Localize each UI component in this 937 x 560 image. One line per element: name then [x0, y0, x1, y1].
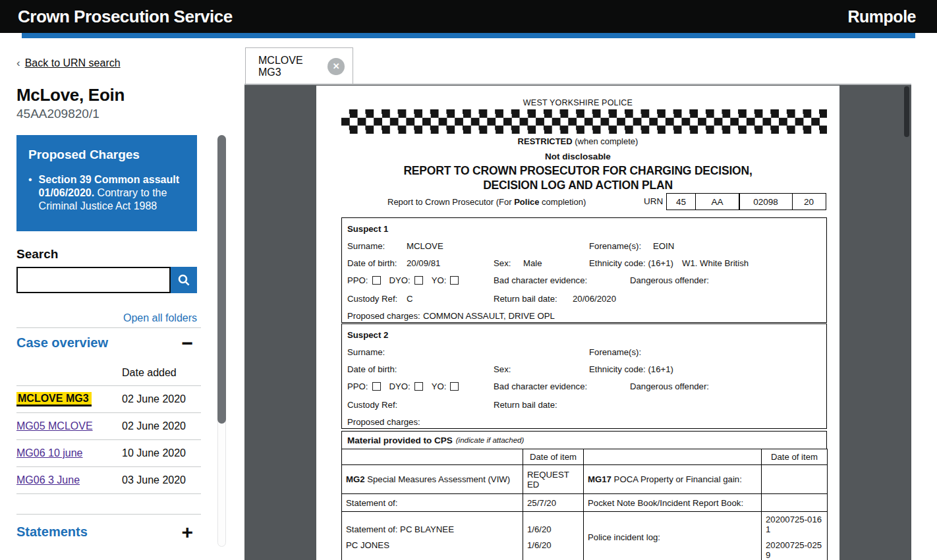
app-title: Crown Prosecution Service — [18, 7, 233, 27]
mg2-label-rest: Special Measures Assessment (VIW) — [365, 474, 511, 484]
statement2-line1: Statement of: PC BLAYNEE — [346, 524, 519, 534]
bullet-icon: • — [28, 173, 32, 213]
header-accent-bar — [22, 33, 915, 38]
ethnicity-label: Ethnicity code: (16+1) — [589, 258, 673, 268]
document-date: 02 June 2020 — [122, 393, 186, 405]
proposed-charges-label: Proposed charges: — [347, 311, 420, 321]
surname-label: Surname: — [347, 347, 385, 357]
case-document-list: MCLOVE MG3 02 June 2020 MG05 MCLOVE 02 J… — [16, 385, 201, 494]
dyo-label: DYO: — [389, 381, 411, 391]
incident-log-ref-cell: 20200725-0161 20200725-0259 — [762, 512, 828, 560]
ppo-checkbox[interactable] — [372, 382, 381, 391]
case-urn: 45AA209820/1 — [16, 107, 99, 121]
document-date: 10 June 2020 — [122, 447, 186, 459]
document-link-mg05-mclove[interactable]: MG05 MCLOVE — [16, 420, 93, 432]
statement2-dates: 1/6/20 1/6/20 — [527, 524, 579, 550]
bad-character-label: Bad character evidence: — [494, 381, 587, 391]
yo-checkbox[interactable] — [450, 276, 459, 285]
ppo-label: PPO: — [347, 381, 368, 391]
dyo-checkbox[interactable] — [414, 276, 423, 285]
incident-log-refs: 20200725-0161 20200725-0259 — [766, 515, 823, 560]
date-of-item-header: Date of item — [762, 449, 828, 465]
table-row: Date of item Date of item — [342, 449, 828, 465]
sidebar-scrollbar-thumb[interactable] — [217, 135, 226, 424]
ppo-checkbox[interactable] — [372, 276, 381, 285]
search-input[interactable] — [16, 267, 171, 293]
brand-name: Rumpole — [848, 7, 916, 26]
material-cell-blank — [584, 449, 762, 465]
not-disclosable-marking: Not disclosable — [316, 152, 839, 161]
urn-label: URN — [644, 196, 663, 206]
open-all-folders-link[interactable]: Open all folders — [16, 312, 197, 324]
top-header-bar: Crown Prosecution Service Rumpole — [0, 0, 937, 33]
back-to-urn-search-link[interactable]: ‹Back to URN search — [16, 57, 121, 70]
statement2-date-cell: 1/6/20 1/6/20 — [523, 512, 584, 560]
document-date: 02 June 2020 — [122, 420, 186, 432]
proposed-charges-label: Proposed charges: — [347, 417, 420, 427]
completion-pre: Report to Crown Prosecutor (For — [387, 197, 514, 207]
plus-icon[interactable]: + — [181, 526, 193, 539]
document-date: 03 June 2020 — [122, 474, 186, 486]
date-of-item-header: Date of item — [523, 449, 584, 465]
dyo-checkbox[interactable] — [414, 382, 423, 391]
dob-value: 20/09/81 — [407, 258, 440, 268]
statement2-lines: Statement of: PC BLAYNEE PC JONES — [346, 524, 519, 550]
chevron-left-icon: ‹ — [16, 57, 20, 70]
dangerous-offender-label: Dangerous offender: — [630, 275, 709, 285]
ethnicity-label: Ethnicity code: (16+1) — [589, 364, 673, 374]
sidebar: ‹Back to URN search McLove, Eoin 45AA209… — [0, 38, 244, 560]
minus-icon[interactable]: − — [181, 337, 193, 350]
case-overview-title[interactable]: Case overview — [16, 335, 108, 350]
statement2-cell: Statement of: PC BLAYNEE PC JONES — [342, 512, 523, 560]
statement-date-cell: 25/7/20 — [523, 494, 584, 512]
material-table: Date of item Date of item MG2 Special Me… — [341, 449, 828, 560]
mg2-label-bold: MG2 — [346, 474, 365, 484]
document-link-mg06-3-june[interactable]: MG06 3 June — [16, 474, 80, 486]
dob-label: Date of birth: — [347, 364, 397, 374]
dyo-label: DYO: — [389, 275, 411, 285]
return-bail-label: Return bail date: — [494, 400, 557, 410]
tab-mclove-mg3[interactable]: MCLOVE MG3 ✕ — [245, 47, 353, 84]
surname-label: Surname: — [347, 241, 385, 251]
tab-close-button[interactable]: ✕ — [327, 58, 345, 75]
table-row: Statement of: PC BLAYNEE PC JONES 1/6/20… — [342, 512, 828, 560]
forename-value: EOIN — [653, 241, 674, 251]
statement-cell: Statement of: — [342, 494, 523, 512]
charge-item: • Section 39 Common assault 01/06/2020. … — [28, 173, 185, 213]
table-row: Statement of: 25/7/20 Pocket Note Book/I… — [342, 494, 828, 512]
flags-group: PPO:DYO:YO: — [347, 381, 459, 391]
sex-label: Sex: — [494, 364, 511, 374]
dangerous-offender-label: Dangerous offender: — [630, 381, 709, 391]
list-item: MG06 10 june 10 June 2020 — [16, 439, 201, 466]
yo-checkbox[interactable] — [450, 382, 459, 391]
pocket-book-cell: Pocket Note Book/Incident Report Book: — [584, 494, 762, 512]
dob-label: Date of birth: — [347, 258, 397, 268]
urn-box-year: 20 — [792, 193, 826, 210]
restricted-marking: RESTRICTED (when complete) — [316, 136, 839, 146]
mg2-date-cell: REQUESTED — [523, 465, 584, 494]
search-row — [16, 267, 197, 293]
document-link-mclove-mg3[interactable]: MCLOVE MG3 — [16, 392, 92, 406]
date-added-column-header: Date added — [122, 367, 177, 379]
statements-title[interactable]: Statements — [16, 524, 88, 540]
search-button[interactable] — [171, 267, 197, 293]
bad-character-label: Bad character evidence: — [494, 275, 587, 285]
charge-text: Section 39 Common assault 01/06/2020. Co… — [39, 173, 185, 213]
sidebar-scrollbar-track[interactable] — [217, 135, 226, 547]
mg2-date-value: REQUESTED — [527, 470, 575, 490]
police-checkered-band — [341, 109, 827, 134]
suspect2-section: Suspect 2 Surname: Forename(s): Date of … — [341, 323, 827, 429]
incident-ref1: 20200725-0161 — [766, 515, 823, 534]
mg17-cell: MG17 POCA Property or Financial gain: — [584, 465, 762, 494]
viewer-scrollbar-thumb[interactable] — [904, 86, 909, 137]
statement2-date1: 1/6/20 — [527, 524, 579, 534]
statements-header: Statements + — [16, 524, 193, 540]
completion-post: completion) — [539, 197, 586, 207]
flags-group: PPO:DYO:YO: — [347, 275, 459, 285]
completion-note: Report to Crown Prosecutor (For Police c… — [387, 197, 586, 207]
sex-label: Sex: — [494, 258, 511, 268]
urn-boxes: 45 AA 02098 20 — [666, 193, 826, 210]
document-viewer: WEST YORKSHIRE POLICE RESTRICTED (when c… — [244, 85, 911, 560]
material-cell-blank — [342, 449, 523, 465]
document-link-mg06-10-june[interactable]: MG06 10 june — [16, 447, 83, 459]
